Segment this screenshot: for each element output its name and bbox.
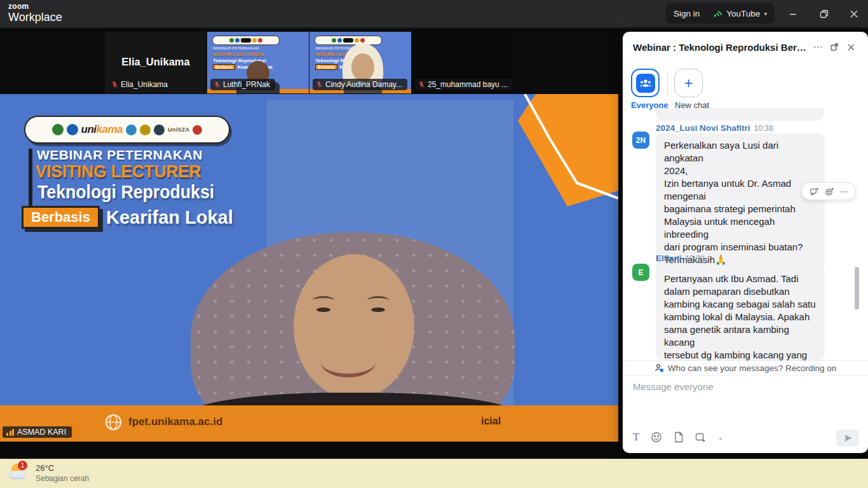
mini-logo-banner [212, 36, 280, 45]
avatar: 2N [632, 132, 649, 149]
video-tile-elia[interactable]: Elia_Unikama Elia_Unikama [105, 32, 207, 93]
message-more-icon[interactable]: ⋯ [840, 187, 848, 196]
globe-icon [105, 414, 122, 431]
message-bubble: Pertanyaan utk Ibu Asmad. Tadi dalam pem… [656, 267, 825, 360]
brin-logo-icon [193, 125, 202, 135]
unikama-wordmark: unikama [81, 123, 123, 136]
muted-mic-icon [418, 81, 425, 88]
chat-scrollbar[interactable] [855, 267, 859, 309]
weather-temp: 26°C [36, 463, 89, 473]
audio-level-icon [6, 429, 14, 436]
banner-badge: Berbasis [22, 206, 100, 229]
chat-more-button[interactable]: ⋯ [811, 40, 825, 54]
muted-mic-icon [111, 81, 118, 88]
emoji-icon[interactable] [651, 431, 662, 443]
speaker-eye [316, 308, 330, 312]
social-handle-fragment: icial [481, 416, 501, 427]
who-can-see-icon [654, 363, 664, 372]
message-bubble: Perkenalkan saya Lusi dari angkatan 2024… [656, 133, 825, 272]
quote-reply-icon[interactable] [810, 187, 819, 196]
zoom-workplace-logo: zoom Workplace [8, 3, 62, 23]
chevron-down-icon: ▾ [764, 10, 767, 17]
speaker-face [294, 254, 414, 399]
chat-message-list[interactable]: 2024_Lusi Novi Shafitri10:38 2N Perkenal… [623, 108, 868, 360]
avatar: E [632, 264, 649, 281]
muted-mic-icon [214, 81, 220, 88]
active-speaker-label: ASMAD KARI [3, 426, 72, 438]
privacy-note[interactable]: Who can see your messages? Recording on [623, 360, 868, 376]
screenshot-icon[interactable] [695, 432, 706, 443]
banner-accent-bar [29, 149, 32, 210]
send-plane-icon [843, 433, 853, 443]
tab-everyone[interactable] [631, 69, 660, 97]
banner-line3: Teknologi Reproduksi [37, 182, 214, 203]
video-tile-muhammad[interactable]: 25_muhammad bayu ... [412, 32, 513, 93]
sign-in-button[interactable]: Sign in [674, 9, 706, 18]
file-attach-icon[interactable] [674, 431, 684, 443]
active-speaker-video[interactable]: unikama UniSZA WEBINAR PETERNAKAN VISITI… [0, 94, 618, 442]
banner-line2: VISITING LECTURER [36, 161, 201, 182]
crest-logo-icon [52, 124, 64, 135]
chat-panel: Webinar : Teknologi Reproduksi Berbasis … [623, 32, 868, 453]
banner-line4-text: Kearifan Lokal [106, 207, 233, 228]
live-stream-pill: Sign in YouTube ▾ [666, 3, 775, 24]
speaker-brow [313, 296, 334, 304]
weather-widget[interactable]: 1 26°C Sebagian cerah [9, 461, 89, 484]
everyone-people-icon [636, 74, 655, 93]
faculty-website-url: fpet.unikama.ac.id [128, 416, 222, 428]
mini-logo-banner [315, 36, 382, 45]
participant-name-label: Elia_Unikama [108, 79, 173, 90]
logo-workplace-text: Workplace [8, 11, 62, 23]
windows-taskbar: 1 26°C Sebagian cerah Search [0, 459, 868, 488]
stream-service-label: YouTube [726, 9, 760, 18]
speaker-brow [367, 296, 389, 304]
minimize-button[interactable] [779, 0, 807, 28]
participant-name-label: Cindy Audina Damay... [313, 79, 407, 90]
titlebar: zoom Workplace Sign in YouTube ▾ [0, 0, 868, 29]
message-time: 10:39 [686, 254, 705, 263]
message-time: 10:38 [754, 124, 773, 133]
banner-line1: WEBINAR PETERNAKAN [37, 147, 203, 163]
video-tile-cindy[interactable]: WEBINAR PETERNAKAN VISITING LECTURER Tek… [309, 32, 411, 93]
speaker-smile [321, 347, 376, 377]
speaker-eye [371, 308, 385, 312]
chat-close-icon[interactable] [844, 40, 858, 54]
partial-message-bubble [656, 108, 824, 121]
weather-condition: Sebagian cerah [36, 474, 89, 483]
mini-banner-line2: VISITING LECTURER [213, 51, 264, 57]
round-logo-icon [154, 125, 165, 135]
participant-face [351, 53, 374, 81]
live-broadcast-icon [712, 8, 722, 18]
participant-name-label: 25_muhammad bayu ... [415, 79, 513, 90]
video-footer-strip: fpet.unikama.ac.id icial [0, 405, 618, 442]
round-logo-icon [126, 125, 137, 135]
message-input[interactable]: Message everyone [633, 381, 714, 392]
chat-panel-title: Webinar : Teknologi Reproduksi Berbasis … [633, 42, 807, 53]
format-text-icon[interactable]: T [633, 431, 639, 444]
send-message-button[interactable] [836, 430, 859, 447]
close-window-button[interactable] [840, 0, 868, 28]
tab-divider [667, 71, 668, 95]
round-logo-icon [140, 125, 151, 135]
message-sender: 2024_Lusi Novi Shafitri10:38 [656, 123, 773, 133]
banner-line4: Berbasis Kearifan Lokal [22, 206, 233, 229]
round-logo-icon [67, 124, 78, 135]
chevron-down-icon[interactable]: ⌄ [717, 434, 722, 441]
chat-input-toolbar: T ⌄ [633, 431, 723, 444]
pop-out-icon[interactable] [827, 40, 841, 54]
participant-name-label: Luthfi_PRNak [210, 79, 275, 90]
muted-mic-icon [316, 81, 323, 88]
zoom-workplace-window: zoom Workplace Sign in YouTube ▾ [0, 0, 868, 488]
video-tile-luthfi[interactable]: WEBINAR PETERNAKAN VISITING LECTURER Tek… [207, 32, 309, 93]
logo-zoom-text: zoom [8, 3, 62, 10]
unisza-wordmark: UniSZA [168, 126, 189, 133]
restore-button[interactable] [810, 0, 838, 28]
university-logos-banner: unikama UniSZA [24, 116, 230, 144]
mini-banner-line1: WEBINAR PETERNAKAN [213, 46, 259, 50]
message-sender: Elfiani10:39 [656, 254, 705, 263]
tab-new-chat[interactable]: + [674, 69, 703, 97]
participant-center-name: Elia_Unikama [105, 56, 207, 68]
weather-icon: 1 [9, 463, 31, 484]
youtube-stream-button[interactable]: YouTube ▾ [712, 8, 767, 18]
add-reaction-icon[interactable] [825, 187, 834, 196]
